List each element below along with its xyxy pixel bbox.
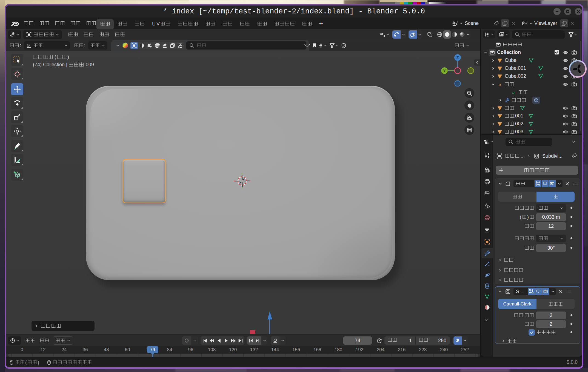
svg-text:a: a [512, 90, 515, 95]
svg-text:Y: Y [443, 68, 446, 73]
svg-text:a: a [499, 82, 501, 87]
svg-text:Z: Z [456, 55, 459, 60]
